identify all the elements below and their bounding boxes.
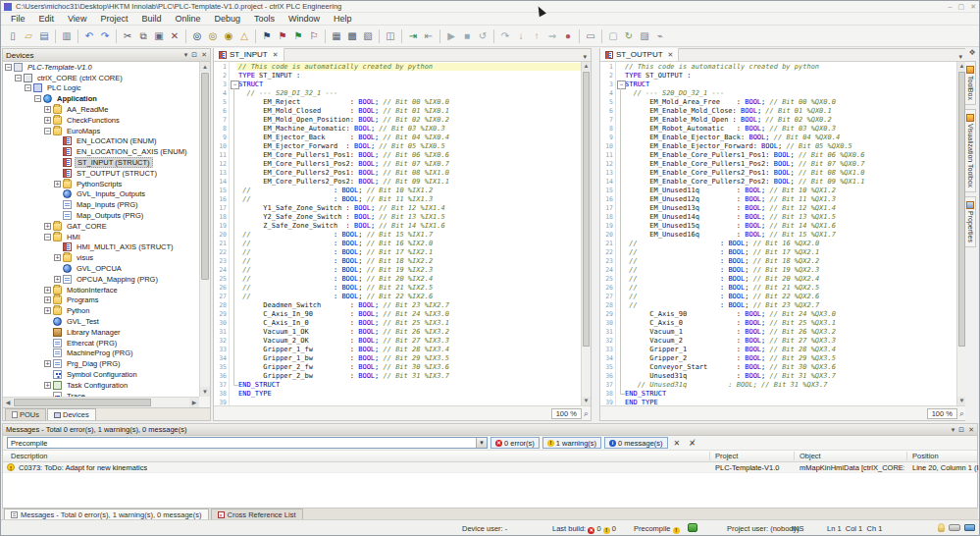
tree-item-plc-template-v1-0[interactable]: −PLC-Template-V1.0 xyxy=(3,62,199,73)
tree-item-en-location-enum-[interactable]: EN_LOCATION (ENUM) xyxy=(3,136,199,147)
tree-item-plc-logic[interactable]: −PLC Logic xyxy=(3,83,199,94)
dropdown-icon[interactable]: ▾ xyxy=(952,426,955,434)
col-object[interactable]: Object xyxy=(799,452,821,460)
tree-item-task-configuration[interactable]: +Task Configuration xyxy=(3,380,199,391)
bookmark-next-icon[interactable]: ⚑ xyxy=(276,28,289,44)
expand-icon[interactable]: + xyxy=(44,106,51,113)
column-divider[interactable] xyxy=(709,452,710,460)
tree-item-prg-diag-prg-[interactable]: +Prg_Diag (PRG) xyxy=(3,358,199,369)
bookmark-clear-icon[interactable]: ⚐ xyxy=(307,28,321,44)
tab-toolbox[interactable]: ToolBox xyxy=(965,61,976,105)
menu-online[interactable]: Online xyxy=(168,13,207,26)
tree-item-pythonscripts[interactable]: +PythonScripts xyxy=(3,179,199,189)
scroll-down-icon[interactable]: ▼ xyxy=(200,387,210,397)
delete-icon[interactable]: ✕ xyxy=(168,28,181,44)
expand-icon[interactable]: + xyxy=(44,287,51,294)
menu-tools[interactable]: Tools xyxy=(247,13,282,26)
col-project[interactable]: Project xyxy=(715,452,738,460)
options-icon[interactable]: ▨ xyxy=(638,28,651,44)
expand-icon[interactable]: + xyxy=(44,360,51,367)
tree-item-en-location-c-axis-enum-[interactable]: EN_LOCATION_C_AXIS (ENUM) xyxy=(3,146,199,157)
reset-icon[interactable]: ↺ xyxy=(476,28,490,44)
menu-file[interactable]: File xyxy=(4,13,32,26)
tree-item-hmi-multi-axis-struct-[interactable]: HMI_MULTI_AXIS (STRUCT) xyxy=(3,242,199,253)
col-description[interactable]: Description xyxy=(11,452,48,460)
fold-collapse-icon[interactable] xyxy=(615,80,623,88)
expand-icon[interactable]: + xyxy=(44,117,51,124)
collapse-icon[interactable]: − xyxy=(44,128,51,134)
bookmark-prev-icon[interactable]: ⚑ xyxy=(291,28,305,44)
breakpoint-icon[interactable]: ● xyxy=(561,28,575,44)
tree-item-machineprog-prg-[interactable]: MachineProg (PRG) xyxy=(3,348,199,359)
menu-project[interactable]: Project xyxy=(93,13,134,26)
expand-icon[interactable]: + xyxy=(54,276,61,283)
tab-st-output[interactable]: ST_OUTPUT ✕ xyxy=(600,48,679,61)
copy-icon[interactable]: ⧉ xyxy=(136,28,150,44)
tree-item-gvl-opcua[interactable]: GVL_OPCUA xyxy=(3,263,199,274)
scrollbar-thumb[interactable] xyxy=(958,72,965,347)
collapse-icon[interactable]: − xyxy=(34,95,41,102)
menu-edit[interactable]: Edit xyxy=(32,13,62,26)
expand-icon[interactable]: + xyxy=(54,254,61,261)
expand-icon[interactable]: + xyxy=(44,382,51,389)
fold-collapse-icon[interactable] xyxy=(229,80,236,88)
scrollbar-thumb[interactable] xyxy=(201,73,209,280)
cut-icon[interactable]: ✂ xyxy=(121,28,134,44)
undo-icon[interactable]: ↶ xyxy=(82,28,96,44)
link-icon[interactable]: ⌁ xyxy=(653,28,667,44)
column-divider[interactable] xyxy=(906,452,907,460)
dropdown-icon[interactable]: ▾ xyxy=(184,51,188,59)
step-into-icon[interactable]: ↓ xyxy=(514,28,528,44)
message-row[interactable]: ! C0373: ToDo: Adapt for new kinematics … xyxy=(3,462,977,473)
tree-item-gvl-inputs-outputs[interactable]: GVL_Inputs_Outputs xyxy=(3,189,199,200)
st-input-vscrollbar[interactable]: ▲ ▼ xyxy=(581,62,591,405)
pin-icon[interactable]: ⊡ xyxy=(191,51,197,59)
device-tree-vscrollbar[interactable]: ▲ ▼ xyxy=(199,62,210,397)
scroll-right-icon[interactable]: ▶ xyxy=(189,398,199,407)
redo-icon[interactable]: ↷ xyxy=(98,28,112,44)
menu-build[interactable]: Build xyxy=(134,13,168,26)
build-icon[interactable]: ▦ xyxy=(330,28,343,44)
scroll-up-icon[interactable]: ▲ xyxy=(582,62,591,71)
simulation-icon[interactable]: ▢ xyxy=(606,28,620,44)
tab-devices[interactable]: Devices xyxy=(47,408,96,420)
scrollbar-thumb[interactable] xyxy=(14,399,151,406)
close-icon[interactable]: ✕ xyxy=(201,51,207,59)
device-tree-hscrollbar[interactable]: ◀ ▶ xyxy=(3,397,199,407)
print-icon[interactable]: ▥ xyxy=(60,28,74,44)
menu-help[interactable]: Help xyxy=(327,13,359,26)
clear-messages-icon[interactable]: ✕ xyxy=(671,439,684,448)
boot-application-icon[interactable]: ▧ xyxy=(361,28,375,44)
tree-item-gat-core[interactable]: +GAT_CORE xyxy=(3,221,199,232)
close-icon[interactable]: ✕ xyxy=(668,51,674,59)
connection-status-icon[interactable] xyxy=(949,524,960,531)
zoom-level[interactable]: 100 % xyxy=(551,408,582,419)
tab-visualization-toolbox[interactable]: Visualization Toolbox xyxy=(965,109,976,192)
magnifier-icon[interactable]: ⌕ xyxy=(959,408,964,419)
search-all-icon[interactable]: ◉ xyxy=(222,28,235,44)
pin-icon[interactable]: ⊡ xyxy=(958,426,964,434)
step-over-icon[interactable]: ↷ xyxy=(498,28,512,44)
tab-pous[interactable]: POUs xyxy=(5,408,46,420)
tree-item-ethercat-prg-[interactable]: Ethercat (PRG) xyxy=(3,338,199,348)
flow-control-icon[interactable]: ▭ xyxy=(584,28,597,44)
bookmark-icon[interactable]: ⚑ xyxy=(260,28,274,44)
tree-item-gvl-test[interactable]: GVL_Test xyxy=(3,316,199,327)
tree-item-hmi[interactable]: −HMI xyxy=(3,232,199,242)
editor-splitter[interactable] xyxy=(592,48,599,421)
tree-item-map-inputs-prg-[interactable]: Map_Inputs (PRG) xyxy=(3,199,199,210)
step-out-icon[interactable]: ↑ xyxy=(530,28,543,44)
menu-debug[interactable]: Debug xyxy=(207,13,247,26)
tree-item-aa-readme[interactable]: +AA_ReadMe xyxy=(3,104,199,115)
start-icon[interactable]: ▶ xyxy=(444,28,458,44)
tree-item-map-outputs-prg-[interactable]: Map_Outputs (PRG) xyxy=(3,210,199,221)
scroll-down-icon[interactable]: ▼ xyxy=(582,397,591,405)
chevron-down-icon[interactable]: ▼ xyxy=(476,438,487,448)
tree-item-application[interactable]: −Application xyxy=(3,93,199,104)
tab-list-dropdown-icon[interactable]: ▾ xyxy=(579,53,591,61)
screenshot-icon[interactable]: ◫ xyxy=(384,28,397,44)
tree-item-euromaps[interactable]: −EuroMaps xyxy=(3,126,199,136)
st-input-code[interactable]: 1// This code is automatically created b… xyxy=(214,62,581,405)
save-icon[interactable]: ▤ xyxy=(37,28,51,44)
tree-item-st-input-struct-[interactable]: ST_INPUT (STRUCT) xyxy=(3,157,199,168)
